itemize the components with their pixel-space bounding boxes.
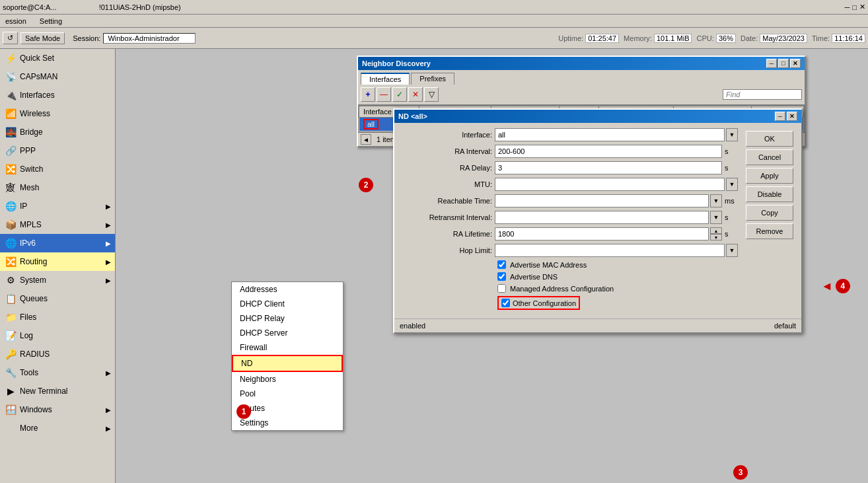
sidebar-item-files[interactable]: 📁 Files: [0, 308, 115, 326]
menu-setting[interactable]: Setting: [37, 17, 65, 25]
tab-interfaces[interactable]: Interfaces: [361, 73, 410, 85]
submenu-nd[interactable]: ND: [232, 355, 343, 372]
sidebar-item-new-terminal[interactable]: ▶ New Terminal: [0, 382, 115, 400]
other-config-checkbox[interactable]: [501, 299, 510, 307]
session-label: Session:: [73, 34, 100, 42]
sidebar-item-ipv6[interactable]: 🌐 IPv6 ▶: [0, 234, 115, 252]
footer-right: default: [774, 322, 796, 330]
interfaces-icon: 🔌: [5, 90, 16, 100]
retransmit-input[interactable]: [495, 211, 709, 224]
reachable-label: Reachable Time:: [400, 197, 492, 205]
hop-limit-field-group: ▼: [495, 244, 738, 257]
sidebar-item-ip[interactable]: 🌐 IP ▶: [0, 197, 115, 215]
sidebar-item-bridge[interactable]: 🌉 Bridge: [0, 123, 115, 141]
retransmit-dropdown-button[interactable]: ▼: [710, 211, 722, 224]
mtu-input[interactable]: [495, 178, 725, 191]
nd-maximize-button[interactable]: □: [778, 59, 789, 68]
add-button[interactable]: +: [361, 87, 375, 102]
filter-button[interactable]: ▽: [424, 87, 439, 102]
remove-button[interactable]: Remove: [746, 223, 793, 239]
sidebar-item-windows[interactable]: 🪟 Windows ▶: [0, 400, 115, 419]
ra-lifetime-input[interactable]: [495, 227, 709, 241]
submenu-pool[interactable]: Pool: [232, 387, 343, 401]
interface-input[interactable]: [495, 128, 725, 141]
ra-interval-input[interactable]: [495, 145, 722, 158]
disable-button[interactable]: Disable: [746, 186, 793, 202]
sidebar-item-label: Mesh: [20, 183, 39, 192]
managed-addr-label: Managed Address Configuration: [510, 285, 614, 293]
hop-limit-input[interactable]: [495, 244, 725, 257]
sidebar-item-switch[interactable]: 🔀 Switch: [0, 160, 115, 178]
sidebar-item-label: MPLS: [20, 220, 42, 229]
hop-limit-dropdown-button[interactable]: ▼: [726, 244, 738, 257]
reachable-dropdown-button[interactable]: ▼: [710, 194, 722, 207]
nd-window-titlebar[interactable]: Neighbor Discovery ─ □ ✕: [358, 57, 805, 70]
title-text: soporte@C4:A... !011UiAS-2HnD (mipsbe): [3, 3, 845, 11]
sidebar-item-label: Bridge: [20, 128, 43, 137]
win-minimize[interactable]: ─: [845, 3, 850, 11]
advertise-dns-checkbox[interactable]: [497, 272, 506, 281]
nd-all-minimize-button[interactable]: ─: [775, 112, 785, 121]
advertise-mac-checkbox[interactable]: [497, 260, 506, 269]
mtu-dropdown-button[interactable]: ▼: [726, 178, 738, 191]
dialog-buttons: OK Cancel Apply Disable Copy Remove: [743, 128, 796, 313]
sidebar-item-label: Tools: [20, 368, 38, 377]
sidebar-item-label: Routing: [20, 257, 47, 266]
interface-row: Interface: ▼: [400, 128, 738, 141]
sidebar-item-label: IP: [20, 202, 27, 211]
reachable-input[interactable]: [495, 194, 709, 207]
ok-button[interactable]: OK: [746, 131, 793, 147]
copy-button[interactable]: Copy: [746, 205, 793, 221]
safe-mode-button[interactable]: Safe Mode: [20, 32, 65, 44]
radius-icon: 🔑: [5, 349, 16, 359]
sidebar-item-log[interactable]: 📝 Log: [0, 326, 115, 345]
menu-session[interactable]: ession: [3, 17, 29, 25]
annotation-4-arrow-icon: ◄: [821, 279, 833, 293]
scroll-left-button[interactable]: ◄: [361, 134, 371, 145]
sidebar-item-routing[interactable]: 🔀 Routing ▶: [0, 252, 115, 271]
ra-delay-input[interactable]: [495, 161, 722, 174]
managed-addr-checkbox[interactable]: [497, 284, 506, 293]
refresh-button[interactable]: ↺: [3, 32, 18, 44]
ra-lifetime-down-button[interactable]: ▼: [710, 234, 722, 241]
nd-minimize-button[interactable]: ─: [766, 59, 777, 68]
submenu-neighbors[interactable]: Neighbors: [232, 372, 343, 387]
interface-dropdown-button[interactable]: ▼: [726, 128, 738, 141]
sidebar-item-mpls[interactable]: 📦 MPLS ▶: [0, 215, 115, 234]
tab-prefixes[interactable]: Prefixes: [411, 73, 454, 85]
ra-delay-label: RA Delay:: [400, 164, 492, 172]
nd-all-titlebar[interactable]: ND <all> ─ ✕: [394, 110, 801, 123]
interface-label: Interface:: [400, 131, 492, 139]
sidebar-item-tools[interactable]: 🔧 Tools ▶: [0, 363, 115, 382]
apply-check-button[interactable]: ✓: [392, 87, 407, 102]
sidebar-item-quick-set[interactable]: ⚡ Quick Set: [0, 49, 115, 67]
sidebar-item-queues[interactable]: 📋 Queues: [0, 289, 115, 308]
submenu-addresses[interactable]: Addresses: [232, 282, 343, 297]
win-maximize[interactable]: □: [852, 3, 857, 11]
nd-all-close-button[interactable]: ✕: [787, 112, 797, 121]
sidebar-item-interfaces[interactable]: 🔌 Interfaces: [0, 86, 115, 104]
sidebar-item-label: More: [20, 424, 38, 433]
sidebar-item-more[interactable]: More ▶: [0, 419, 115, 437]
sidebar-item-capsman[interactable]: 📡 CAPsMAN: [0, 67, 115, 86]
submenu-dhcp-server[interactable]: DHCP Server: [232, 326, 343, 340]
submenu-dhcp-relay[interactable]: DHCP Relay: [232, 311, 343, 326]
find-input[interactable]: [723, 89, 802, 100]
cancel-x-button[interactable]: ✕: [408, 87, 423, 102]
sidebar-item-radius[interactable]: 🔑 RADIUS: [0, 345, 115, 363]
cancel-button[interactable]: Cancel: [746, 149, 793, 165]
more-arrow-icon: ▶: [106, 425, 111, 432]
submenu-dhcp-client[interactable]: DHCP Client: [232, 297, 343, 311]
sidebar-item-mesh[interactable]: 🕸 Mesh: [0, 178, 115, 197]
remove-button[interactable]: —: [377, 87, 391, 102]
sidebar-item-ppp[interactable]: 🔗 PPP: [0, 141, 115, 160]
submenu-firewall[interactable]: Firewall: [232, 340, 343, 355]
reachable-unit: ms: [725, 197, 738, 205]
uptime-segment: Uptime: 01:25:47: [558, 34, 619, 42]
win-close[interactable]: ✕: [859, 3, 865, 11]
ra-lifetime-up-button[interactable]: ▲: [710, 227, 722, 234]
nd-close-button[interactable]: ✕: [790, 59, 801, 68]
sidebar-item-system[interactable]: ⚙ System ▶: [0, 271, 115, 289]
apply-button[interactable]: Apply: [746, 168, 793, 184]
sidebar-item-wireless[interactable]: 📶 Wireless: [0, 104, 115, 123]
